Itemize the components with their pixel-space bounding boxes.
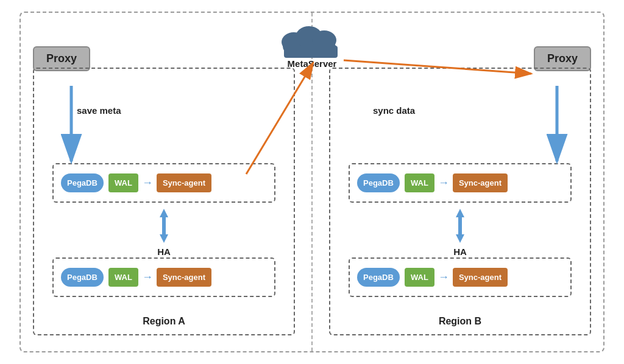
region-a-top-row: PegaDB WAL → Sync-agent [52,163,275,203]
proxy-b-label: Proxy [547,52,578,65]
ha-label-b: HA [453,247,467,257]
region-b-bottom-row: PegaDB WAL → Sync-agent [349,257,572,297]
wal-sync-arrow-b-bottom: → [438,271,449,284]
region-a-top-sync-agent: Sync-agent [157,173,211,192]
region-a-bottom-pegadb: PegaDB [61,268,104,287]
region-b-bottom-pegadb: PegaDB [357,268,400,287]
ha-section-a: HA [155,208,173,259]
region-b-bottom-sync-agent: Sync-agent [453,268,508,287]
svg-rect-7 [162,216,166,236]
ha-label-a: HA [157,247,171,257]
region-a: save meta PegaDB WAL → Sync-agent [33,68,295,335]
region-b-top-pegadb: PegaDB [357,173,400,192]
region-a-top-pegadb: PegaDB [61,173,104,192]
main-diagram: MetaServer Proxy Proxy save meta PegaDB … [20,12,604,352]
region-a-bottom-row: PegaDB WAL → Sync-agent [52,257,275,297]
proxy-a-label: Proxy [46,52,77,65]
ha-arrow-b [451,208,469,244]
wal-sync-arrow-b-top: → [438,177,449,189]
svg-marker-6 [160,209,168,217]
region-a-bottom-wal: WAL [108,268,138,287]
region-b: sync data PegaDB WAL → Sync-agent HA [329,68,591,335]
ha-section-b: HA [451,208,469,259]
region-b-top-sync-agent: Sync-agent [453,173,508,192]
region-a-top-wal: WAL [108,173,138,192]
region-b-label: Region B [330,316,590,327]
svg-rect-5 [284,46,338,58]
region-b-top-wal: WAL [405,173,434,192]
svg-marker-8 [160,234,168,243]
sync-data-label: sync data [373,105,415,116]
region-a-label: Region A [34,316,294,327]
metaserver-label: MetaServer [288,58,337,69]
svg-marker-11 [456,234,464,243]
region-a-bottom-sync-agent: Sync-agent [157,268,211,287]
wal-sync-arrow-a-bottom: → [142,271,153,284]
svg-marker-9 [456,209,464,217]
svg-rect-10 [458,216,462,236]
cloud-icon [275,19,349,61]
wal-sync-arrow-a-top: → [142,177,153,189]
region-b-top-row: PegaDB WAL → Sync-agent [349,163,572,203]
metaserver: MetaServer [275,19,349,69]
save-meta-label: save meta [77,105,121,116]
region-b-bottom-wal: WAL [405,268,434,287]
ha-arrow-a [155,208,173,244]
